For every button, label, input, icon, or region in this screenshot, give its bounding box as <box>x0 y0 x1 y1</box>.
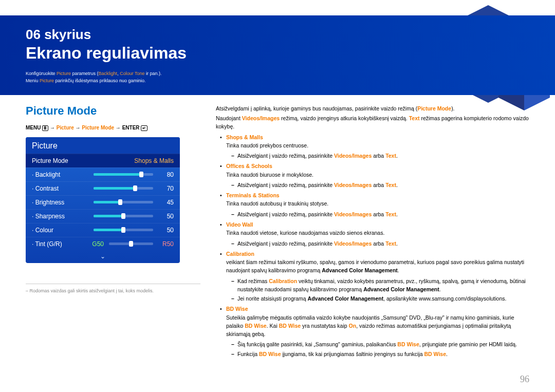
osd-row-backlight[interactable]: Backlight 80 <box>26 167 180 181</box>
slider-tint[interactable] <box>109 242 153 245</box>
chapter-name: Ekrano reguliavimas <box>26 44 529 63</box>
osd-row-sharpness[interactable]: Sharpness 50 <box>26 209 180 223</box>
enter-icon: ↵ <box>141 125 147 131</box>
osd-row-contrast[interactable]: Contrast 70 <box>26 181 180 195</box>
slider-colour[interactable] <box>94 229 153 231</box>
osd-row-brightness[interactable]: Brightness 45 <box>26 195 180 209</box>
section-title: Picture Mode <box>26 104 200 118</box>
slider-contrast[interactable] <box>94 187 153 190</box>
osd-row-colour[interactable]: Colour 50 <box>26 223 180 237</box>
osd-row-picture-mode[interactable]: Picture Mode Shops & Malls <box>26 154 180 167</box>
page-number: 96 <box>520 374 529 385</box>
slider-backlight[interactable] <box>94 173 153 176</box>
chapter-header: 06 skyrius Ekrano reguliavimas Konfigūru… <box>0 15 555 95</box>
osd-header: Picture <box>26 137 180 154</box>
slider-brightness[interactable] <box>94 201 153 203</box>
divider <box>26 284 200 284</box>
osd-value-picture-mode: Shops & Malls <box>134 157 174 164</box>
slider-sharpness[interactable] <box>94 215 153 217</box>
footnote: – Rodomas vaizdas gali skirtis atsižvelg… <box>26 288 200 293</box>
osd-scroll-down[interactable]: ⌄ <box>26 251 180 263</box>
osd-menu: Picture Picture Mode Shops & Malls Backl… <box>26 137 180 263</box>
menu-path: MENU Ⅲ → Picture → Picture Mode → ENTER … <box>26 125 200 131</box>
menu-icon: Ⅲ <box>42 125 48 131</box>
description-text: Atsižvelgdami į aplinką, kurioje gaminys… <box>216 104 529 360</box>
osd-row-tint[interactable]: Tint (G/R) G50 R50 <box>26 237 180 251</box>
chapter-number: 06 skyrius <box>26 27 529 43</box>
intro-text: Konfigūruokite Picture parametrus (Backl… <box>26 70 529 85</box>
chevron-down-icon: ⌄ <box>100 253 105 260</box>
